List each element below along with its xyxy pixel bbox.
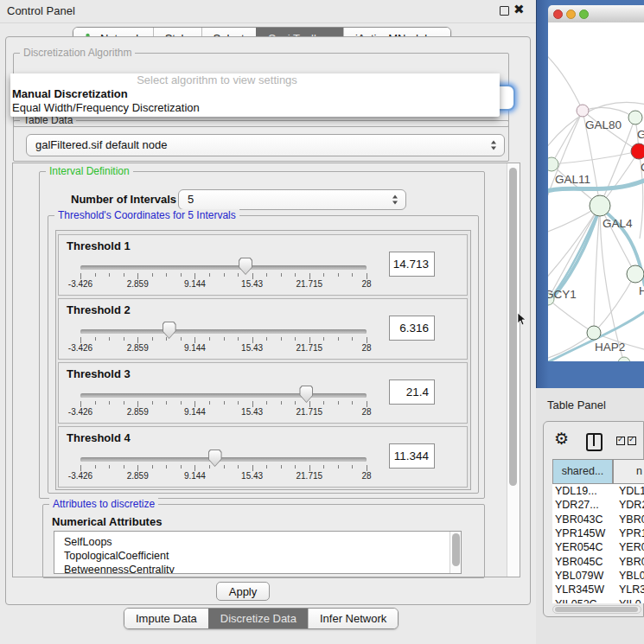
settings-scrollbar-thumb[interactable] xyxy=(509,168,517,486)
slider-tick xyxy=(194,465,195,471)
table-row[interactable]: YDR27...YDR2 xyxy=(552,498,644,512)
threshold-slider-thumb[interactable] xyxy=(163,322,176,339)
cell-shared-name: YDR27... xyxy=(552,499,615,511)
network-node[interactable] xyxy=(627,265,644,283)
table-row[interactable]: YPR145WYPR1 xyxy=(552,526,644,540)
network-edge[interactable] xyxy=(583,107,635,118)
table-hscrollbar[interactable] xyxy=(552,605,641,614)
apply-button[interactable]: Apply xyxy=(216,582,270,601)
tab-discretize-data[interactable]: Discretize Data xyxy=(208,609,308,628)
network-node[interactable] xyxy=(548,157,558,171)
slider-tick xyxy=(80,273,81,279)
slider-tick xyxy=(323,273,324,277)
slider-tick xyxy=(266,337,267,341)
threshold-value-field[interactable]: 21.4 xyxy=(389,379,435,405)
minimize-traffic-light-icon[interactable] xyxy=(566,10,576,19)
threshold-value-field[interactable]: 14.713 xyxy=(389,252,435,277)
threshold-value-field[interactable]: 6.316 xyxy=(389,316,435,341)
slider-tick xyxy=(367,401,367,407)
slider-tick xyxy=(209,273,210,277)
slider-tick xyxy=(124,401,124,405)
slider-tick xyxy=(137,465,138,471)
float-panel-icon[interactable] xyxy=(500,6,509,16)
table-row[interactable]: YLR345WYLR3 xyxy=(552,583,644,596)
slider-tick xyxy=(209,465,210,469)
close-traffic-light-icon[interactable] xyxy=(553,10,563,19)
threshold-coordinates-group: Threshold's Coordinates for 5 Intervals … xyxy=(48,215,479,494)
attribute-item-topologicalcoefficient[interactable]: TopologicalCoefficient xyxy=(54,549,461,563)
tab-infer-network[interactable]: Infer Network xyxy=(308,609,398,628)
threshold-slider-thumb[interactable] xyxy=(299,386,313,403)
network-node[interactable] xyxy=(590,195,610,216)
slider-tick xyxy=(367,337,367,343)
table-row[interactable]: YIL052CYIL0 xyxy=(552,596,644,603)
threshold-slider-track[interactable] xyxy=(80,393,367,398)
slider-tick xyxy=(338,337,339,341)
network-edge[interactable] xyxy=(548,207,600,301)
screen: Control Panel ✖ NetworkStyleSelectCyni T… xyxy=(0,0,644,644)
table-hscrollbar-thumb[interactable] xyxy=(555,607,638,612)
close-panel-icon[interactable]: ✖ xyxy=(513,2,525,17)
attribute-item-betweennesscentrality[interactable]: BetweennessCentrality xyxy=(54,563,461,574)
network-canvas[interactable]: GAL80GACGAL11GAL4GCY1HHAP2 xyxy=(548,22,644,361)
number-of-intervals-combobox[interactable]: 5 xyxy=(178,189,406,210)
slider-tick xyxy=(109,465,110,469)
tab-label: Discretize Data xyxy=(220,612,296,625)
threshold-panel-2: Threshold 2-3.4262.8599.14415.4321.71528… xyxy=(58,298,468,360)
table-row[interactable]: YER054CYER0 xyxy=(552,540,644,554)
table-row[interactable]: YBR043CYBR0 xyxy=(552,513,644,526)
attributes-scrollbar-thumb[interactable] xyxy=(452,533,460,566)
network-node[interactable] xyxy=(577,105,589,117)
column-header-n[interactable]: n xyxy=(613,459,644,484)
columns-icon-divider xyxy=(593,435,595,446)
slider-tick-label: 2.859 xyxy=(127,407,149,417)
column-header-shared[interactable]: shared... xyxy=(552,459,613,484)
table-row[interactable]: YBR045CYBR0 xyxy=(552,554,644,568)
network-edge[interactable] xyxy=(552,111,583,164)
settings-scrollbar[interactable] xyxy=(507,163,520,577)
slider-tick xyxy=(352,465,353,469)
check-icon[interactable] xyxy=(616,437,625,445)
zoom-traffic-light-icon[interactable] xyxy=(579,10,589,19)
tab-impute-data[interactable]: Impute Data xyxy=(124,609,208,628)
network-edge[interactable] xyxy=(548,299,594,333)
check-icon[interactable] xyxy=(628,437,636,445)
slider-tick xyxy=(323,465,324,469)
numerical-attributes-list[interactable]: SelfLoopsTopologicalCoefficientBetweenne… xyxy=(54,531,462,574)
table-row[interactable]: YDL19...YDL1 xyxy=(552,484,644,498)
network-node[interactable] xyxy=(631,143,644,159)
slider-tick-label: 2.859 xyxy=(127,343,149,353)
network-node[interactable] xyxy=(587,326,601,340)
slider-tick xyxy=(124,465,124,469)
gear-icon[interactable]: ⚙ xyxy=(554,429,569,448)
dropdown-item-equal-width-frequency-discretization[interactable]: Equal Width/Frequency Discretization xyxy=(10,101,500,115)
slider-tick xyxy=(181,273,182,277)
network-edge[interactable] xyxy=(548,52,583,111)
threshold-slider-track[interactable] xyxy=(80,329,367,334)
threshold-slider-thumb[interactable] xyxy=(208,450,222,467)
dropdown-item-placeholder[interactable]: Select algorithm to view settings xyxy=(10,73,500,87)
slider-tick xyxy=(224,401,225,405)
network-node[interactable] xyxy=(618,357,630,361)
attribute-item-selfloops[interactable]: SelfLoops xyxy=(54,535,461,549)
network-edge[interactable] xyxy=(548,333,594,360)
network-window-titlebar[interactable] xyxy=(548,5,644,23)
slider-tick xyxy=(309,401,310,407)
attributes-scrollbar[interactable] xyxy=(450,532,461,573)
thumb-face xyxy=(209,450,221,466)
network-edge[interactable] xyxy=(594,274,635,333)
threshold-label: Threshold 3 xyxy=(67,367,131,380)
threshold-value-field[interactable]: 11.344 xyxy=(389,443,435,469)
control-panel-title: Control Panel xyxy=(7,4,75,17)
threshold-slider-track[interactable] xyxy=(80,457,367,462)
threshold-panel-1: Threshold 1-3.4262.8599.14415.4321.71528… xyxy=(58,234,468,296)
network-node[interactable] xyxy=(628,111,642,124)
columns-icon[interactable] xyxy=(586,433,603,451)
table-row[interactable]: YBL079WYBL0 xyxy=(552,569,644,583)
slider-tick xyxy=(281,401,282,405)
threshold-slider-track[interactable] xyxy=(80,265,367,270)
table-data-combobox[interactable]: galFiltered.sif default node xyxy=(26,134,505,156)
thumb-face xyxy=(239,258,252,274)
threshold-slider-thumb[interactable] xyxy=(239,258,252,275)
dropdown-item-manual-discretization[interactable]: Manual Discretization xyxy=(10,87,500,101)
